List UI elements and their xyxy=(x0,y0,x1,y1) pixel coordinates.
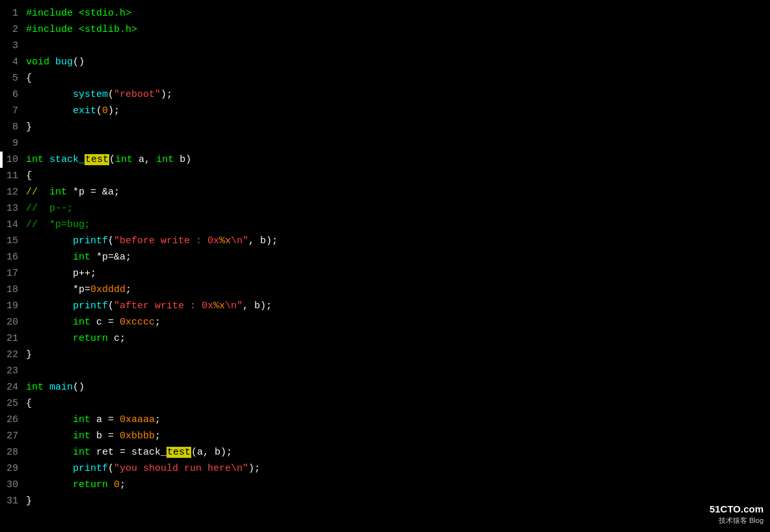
code-line: 25{ xyxy=(0,395,770,412)
line-number: 10 xyxy=(0,152,26,168)
line-number: 9 xyxy=(0,135,26,152)
code-line: 10int stack_test(int a, int b) xyxy=(0,152,770,168)
line-number: 22 xyxy=(0,347,26,363)
code-line: 30 return 0; xyxy=(0,477,770,493)
watermark-sub: 技术猿客 Blog xyxy=(710,516,763,525)
code-line: 17 p++; xyxy=(0,265,770,282)
code-line: 26 int a = 0xaaaa; xyxy=(0,412,770,428)
code-line: 19 printf("after write : 0x%x\n", b); xyxy=(0,298,770,314)
code-line: 5{ xyxy=(0,70,770,86)
line-content: // int *p = &a; xyxy=(26,184,770,200)
line-number: 23 xyxy=(0,363,26,379)
code-line: 24int main() xyxy=(0,379,770,395)
line-number: 6 xyxy=(0,86,26,103)
line-content: // p--; xyxy=(26,200,770,217)
code-line: 3 xyxy=(0,38,770,54)
code-line: 23 xyxy=(0,363,770,379)
code-line: 8} xyxy=(0,119,770,135)
code-line: 9 xyxy=(0,135,770,152)
line-content: return c; xyxy=(26,330,770,347)
code-editor: 1#include <stdio.h>2#include <stdlib.h>3… xyxy=(0,0,770,532)
line-content: int ret = stack_test(a, b); xyxy=(26,444,770,460)
code-line: 11{ xyxy=(0,168,770,184)
line-content: int stack_test(int a, int b) xyxy=(26,152,770,168)
code-line: 15 printf("before write : 0x%x\n", b); xyxy=(0,233,770,249)
line-number: 3 xyxy=(0,38,26,54)
code-line: 12// int *p = &a; xyxy=(0,184,770,200)
line-number: 29 xyxy=(0,460,26,477)
line-number: 24 xyxy=(0,379,26,395)
line-number: 5 xyxy=(0,70,26,86)
code-line: 29 printf("you should run here\n"); xyxy=(0,460,770,477)
line-content: #include <stdio.h> xyxy=(26,5,770,21)
line-number: 17 xyxy=(0,265,26,282)
line-content: int a = 0xaaaa; xyxy=(26,412,770,428)
code-line: 7 exit(0); xyxy=(0,103,770,119)
line-number: 28 xyxy=(0,444,26,460)
line-content: } xyxy=(26,119,770,135)
line-content: printf("before write : 0x%x\n", b); xyxy=(26,233,770,249)
line-number: 4 xyxy=(0,54,26,70)
line-content: { xyxy=(26,168,770,184)
code-line: 2#include <stdlib.h> xyxy=(0,21,770,38)
line-number: 18 xyxy=(0,282,26,298)
line-content: int main() xyxy=(26,379,770,395)
code-line: 6 system("reboot"); xyxy=(0,86,770,103)
line-content: int *p=&a; xyxy=(26,249,770,265)
line-number: 11 xyxy=(0,168,26,184)
line-content: int c = 0xcccc; xyxy=(26,314,770,330)
line-number: 13 xyxy=(0,200,26,217)
line-number: 30 xyxy=(0,477,26,493)
code-line: 16 int *p=&a; xyxy=(0,249,770,265)
line-content: void bug() xyxy=(26,54,770,70)
line-number: 16 xyxy=(0,249,26,265)
line-number: 2 xyxy=(0,21,26,38)
code-line: 27 int b = 0xbbbb; xyxy=(0,428,770,444)
code-line: 13// p--; xyxy=(0,200,770,217)
line-content: } xyxy=(26,493,770,509)
line-content: printf("you should run here\n"); xyxy=(26,460,770,477)
line-content: p++; xyxy=(26,265,770,282)
line-content: system("reboot"); xyxy=(26,86,770,103)
line-number: 31 xyxy=(0,493,26,509)
watermark: 51CTO.com 技术猿客 Blog xyxy=(710,502,763,525)
line-number: 26 xyxy=(0,412,26,428)
line-number: 1 xyxy=(0,5,26,21)
line-content: *p=0xdddd; xyxy=(26,282,770,298)
line-number: 19 xyxy=(0,298,26,314)
code-line: 1#include <stdio.h> xyxy=(0,5,770,21)
line-content: exit(0); xyxy=(26,103,770,119)
code-line: 28 int ret = stack_test(a, b); xyxy=(0,444,770,460)
line-number: 15 xyxy=(0,233,26,249)
code-line: 20 int c = 0xcccc; xyxy=(0,314,770,330)
line-number: 20 xyxy=(0,314,26,330)
watermark-site: 51CTO.com xyxy=(710,502,763,516)
line-content: return 0; xyxy=(26,477,770,493)
code-line: 22} xyxy=(0,347,770,363)
code-line: 31} xyxy=(0,493,770,509)
code-line: 4void bug() xyxy=(0,54,770,70)
line-number: 27 xyxy=(0,428,26,444)
line-number: 21 xyxy=(0,330,26,347)
line-content: printf("after write : 0x%x\n", b); xyxy=(26,298,770,314)
line-content: #include <stdlib.h> xyxy=(26,21,770,38)
line-content: { xyxy=(26,395,770,412)
line-number: 12 xyxy=(0,184,26,200)
line-content: int b = 0xbbbb; xyxy=(26,428,770,444)
line-content: { xyxy=(26,70,770,86)
code-line: 14// *p=bug; xyxy=(0,217,770,233)
line-number: 7 xyxy=(0,103,26,119)
line-content: // *p=bug; xyxy=(26,217,770,233)
code-line: 18 *p=0xdddd; xyxy=(0,282,770,298)
code-line: 21 return c; xyxy=(0,330,770,347)
line-number: 8 xyxy=(0,119,26,135)
line-content: } xyxy=(26,347,770,363)
line-number: 14 xyxy=(0,217,26,233)
line-number: 25 xyxy=(0,395,26,412)
